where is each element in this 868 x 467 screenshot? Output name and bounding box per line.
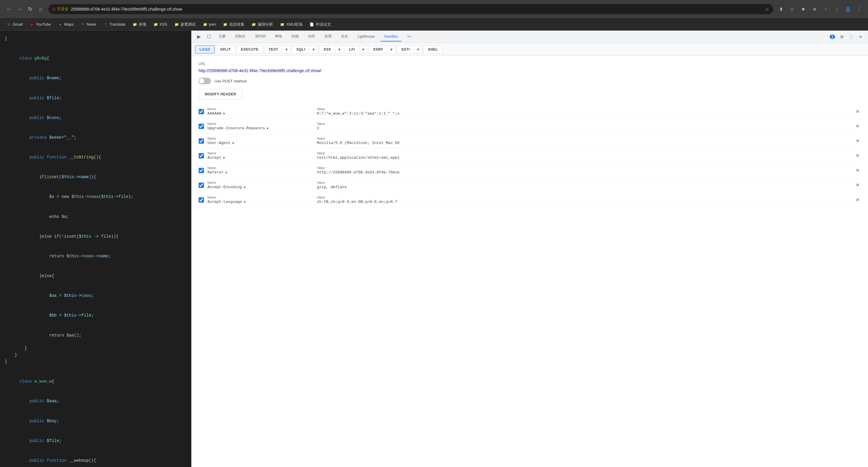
menu-button[interactable]: ⋮ — [855, 5, 863, 13]
bookmark-xmu[interactable]: 📁 XMU驻场 — [277, 21, 305, 28]
header-dropdown-icon-accept-encoding[interactable]: ▼ — [243, 185, 246, 189]
header-checkbox-aaaaaa[interactable] — [198, 109, 204, 114]
settings-icon[interactable]: ⚙ — [838, 33, 846, 41]
bookmark-xss[interactable]: 📁 XSS — [150, 21, 170, 28]
header-dropdown-icon-useragent[interactable]: ▼ — [231, 141, 235, 145]
bookmark-button[interactable]: ☆ — [788, 5, 796, 13]
hackbar-xss-button[interactable]: XSS — [319, 45, 335, 54]
profile-button[interactable]: 👤 — [844, 5, 852, 13]
hackbar-split-button[interactable]: SPLIT — [216, 45, 236, 54]
header-delete-upgrade[interactable]: ✕ — [854, 123, 861, 130]
address-bar[interactable]: ⚠ 不安全 25898988-d708-4e31-8f4e-79ecb99e99… — [48, 4, 773, 14]
header-delete-referer[interactable]: ✕ — [854, 167, 861, 174]
hackbar-sqli-dropdown[interactable]: ▼ — [310, 45, 318, 54]
bookmark-gmail[interactable]: M Gmail — [3, 21, 26, 28]
header-value-label-accept-language: Value — [317, 196, 850, 199]
download-button[interactable]: ↓ — [833, 5, 841, 13]
hackbar-ssrf-button[interactable]: SSRF — [369, 45, 388, 54]
header-value-text-referer: http://25898988-d708-4e31-8f4e-79ecb — [317, 170, 464, 175]
notification-badge-btn[interactable]: 2 — [829, 33, 836, 41]
header-checkbox-accept-encoding[interactable] — [198, 182, 204, 188]
more-options-icon[interactable]: ⋮ — [847, 33, 855, 41]
header-checkbox-accept-language[interactable] — [198, 197, 204, 203]
code-line: echo $a; — [5, 207, 187, 227]
forward-button[interactable]: → — [15, 5, 24, 13]
bookmark-recon-label: 信息收集 — [229, 22, 245, 27]
bookmark-misc[interactable]: 📁 杂项 — [129, 21, 149, 28]
hackbar-load-button[interactable]: LOAD — [195, 45, 215, 54]
header-dropdown-icon-referer[interactable]: ▼ — [225, 171, 228, 174]
modify-header-button[interactable]: MODIFY HEADER — [198, 89, 243, 99]
header-dropdown-icon-accept[interactable]: ▼ — [222, 156, 226, 159]
extension-puzzle-icon[interactable]: ■ — [799, 5, 807, 13]
header-checkbox-useragent[interactable] — [198, 138, 204, 144]
star-icon[interactable]: ☆ — [765, 6, 769, 12]
tab-sources[interactable]: 源代码 — [252, 31, 269, 42]
url-value: http://25898988-d708-4e31-8f4e-79ecb99e9… — [198, 68, 861, 73]
header-delete-aaaaaa[interactable]: ✕ — [854, 108, 861, 115]
refresh-button[interactable]: ↻ — [26, 5, 34, 13]
hackbar-test-dropdown[interactable]: ▼ — [282, 45, 291, 54]
hackbar-execute-button[interactable]: EXECUTE — [237, 45, 263, 54]
hackbar-shell-button[interactable]: SHEL — [424, 45, 442, 54]
header-dropdown-icon-upgrade[interactable]: ▼ — [266, 127, 269, 130]
header-name-row-upgrade: Upgrade-Insecure-Requests ▼ — [208, 126, 313, 130]
header-dropdown-icon-accept-language[interactable]: ▼ — [243, 200, 246, 204]
header-delete-accept-language[interactable]: ✕ — [854, 196, 861, 203]
header-name-label-referer: Name — [208, 166, 313, 170]
tab-console[interactable]: 控制台 — [231, 31, 249, 42]
share-button[interactable]: ⬆ — [777, 5, 785, 13]
tab-security[interactable]: 安全 — [338, 31, 351, 42]
hackbar-ssti-group: SSTI ▼ — [397, 45, 423, 54]
header-dropdown-icon-aaaaaa[interactable]: ▼ — [222, 112, 226, 115]
tab-memory[interactable]: 内存 — [305, 31, 319, 42]
hackbar-ssti-button[interactable]: SSTI — [397, 45, 414, 54]
bookmark-pwn[interactable]: 📁 pwn — [200, 21, 219, 28]
post-method-toggle[interactable] — [198, 78, 211, 84]
header-checkbox-accept[interactable] — [198, 153, 204, 158]
hackbar-test-button[interactable]: TEST — [264, 45, 283, 54]
header-checkbox-referer[interactable] — [198, 168, 204, 173]
inspect-icon[interactable]: ☐ — [205, 33, 213, 41]
header-delete-accept-encoding[interactable]: ✕ — [854, 182, 861, 189]
header-name-section-accept-encoding: Name Accept-Encoding ▼ — [208, 181, 313, 189]
tab-performance[interactable]: 性能 — [288, 31, 302, 42]
header-delete-useragent[interactable]: ✕ — [854, 138, 861, 145]
tab-more[interactable]: >> — [404, 32, 415, 41]
header-value-label: Value — [317, 107, 850, 111]
cursor-icon[interactable]: ▶ — [195, 33, 203, 41]
tab-lighthouse[interactable]: Lighthouse — [354, 32, 378, 41]
bookmark-translate[interactable]: T Translate — [100, 21, 128, 28]
tab-network[interactable]: 网络 — [272, 31, 286, 42]
nav-buttons: ← → ↻ ⌂ — [5, 5, 45, 13]
back-button[interactable]: ← — [5, 5, 13, 13]
bookmark-news[interactable]: N News — [78, 21, 99, 28]
extensions-button[interactable]: ▫ — [822, 5, 830, 13]
bookmark-recon[interactable]: 📁 信息收集 — [220, 21, 247, 28]
code-line: class gBoBg{ — [5, 49, 187, 68]
bookmark-maps[interactable]: ● Maps — [55, 21, 76, 28]
main-area: } class gBoBg{ public $name; public $fil… — [0, 31, 868, 467]
header-row-useragent: Name User-Agent ▼ Value Mozilla/5.0 (Mac… — [198, 134, 861, 148]
bookmark-vuln[interactable]: 📁 漏洞分析 — [249, 21, 276, 28]
header-checkbox-upgrade[interactable] — [198, 124, 204, 129]
header-delete-accept[interactable]: ✕ — [854, 152, 861, 159]
tab-hackbar[interactable]: HackBar — [381, 32, 401, 41]
close-extension-button[interactable]: ✕ — [810, 5, 818, 13]
hackbar-sqli-button[interactable]: SQLI — [292, 45, 310, 54]
hackbar-lfi-dropdown[interactable]: ▼ — [359, 45, 368, 54]
url-label: URL — [198, 62, 861, 66]
hackbar-ssti-dropdown[interactable]: ▼ — [414, 45, 423, 54]
bookmark-youtube[interactable]: ▶ YouTube — [27, 21, 54, 28]
header-name-row-aaaaaa: AAAAAA ▼ — [208, 111, 313, 116]
bookmark-thesis[interactable]: 📄 毕业论文 — [307, 21, 334, 28]
close-devtools-button[interactable]: ✕ — [857, 33, 865, 41]
tab-elements[interactable]: 元素 — [215, 31, 229, 42]
hackbar-lfi-button[interactable]: LFI — [345, 45, 360, 54]
hackbar-ssrf-dropdown[interactable]: ▼ — [388, 45, 396, 54]
hackbar-xss-dropdown[interactable]: ▼ — [335, 45, 344, 54]
bookmark-pentest[interactable]: 📁 渗透测试 — [171, 21, 198, 28]
tab-application[interactable]: 应用 — [321, 31, 335, 42]
header-name-text-accept: Accept — [208, 155, 221, 160]
home-button[interactable]: ⌂ — [36, 5, 45, 13]
